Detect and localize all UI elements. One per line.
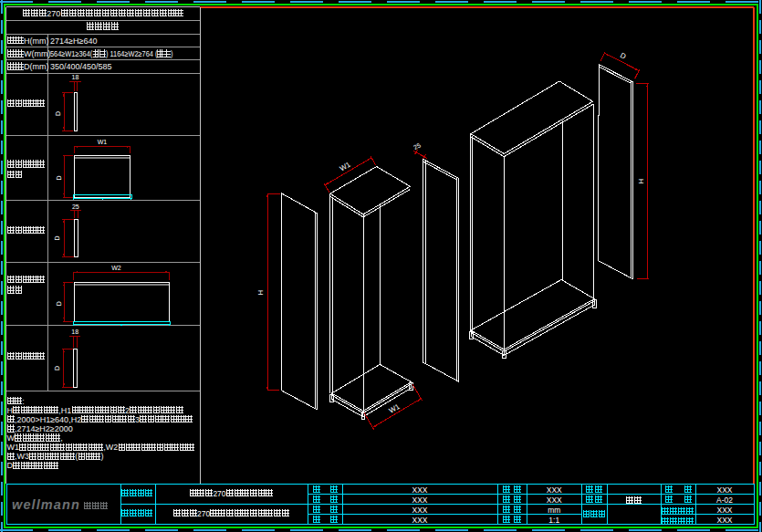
svg-text:18: 18 (71, 329, 78, 335)
svg-text:25: 25 (412, 141, 422, 151)
svg-text:W1: W1 (388, 402, 402, 415)
svg-text:D: D (56, 175, 62, 180)
svg-text:D: D (57, 301, 63, 306)
svg-text:W2: W2 (111, 265, 121, 271)
svg-text:W1: W1 (98, 139, 108, 145)
svg-text:W1: W1 (339, 160, 352, 172)
svg-text:H: H (637, 178, 645, 183)
svg-text:H: H (256, 289, 265, 295)
svg-text:18: 18 (72, 74, 79, 80)
svg-text:D: D (54, 366, 60, 370)
svg-text:D: D (55, 111, 61, 116)
svg-text:D: D (54, 235, 60, 240)
svg-text:25: 25 (72, 203, 79, 210)
svg-text:D: D (619, 51, 627, 61)
